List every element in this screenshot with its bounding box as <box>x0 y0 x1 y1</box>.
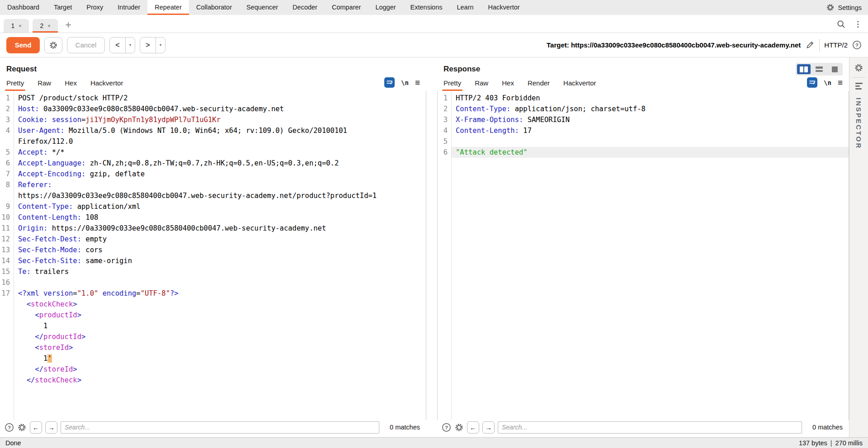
response-tab-pretty[interactable]: Pretty <box>443 79 461 91</box>
editor-menu-icon[interactable]: ≡ <box>415 78 420 87</box>
response-size: 137 bytes <box>799 439 827 447</box>
menu-item-hackvertor[interactable]: Hackvertor <box>481 0 527 15</box>
code-line[interactable]: 14Sec-Fetch-Site: same-origin <box>0 255 426 266</box>
code-line[interactable]: 13Sec-Fetch-Mode: cors <box>0 245 426 255</box>
menu-item-comparer[interactable]: Comparer <box>325 0 368 15</box>
edit-target-pencil-icon[interactable] <box>805 40 815 50</box>
code-line[interactable]: 1 <box>0 321 426 331</box>
code-line[interactable]: https://0a33009c033ee9c080c8580400cb0047… <box>0 190 426 201</box>
history-forward-button[interactable]: > <box>140 38 156 53</box>
menu-item-extensions[interactable]: Extensions <box>403 0 450 15</box>
tab-close-icon[interactable]: × <box>47 24 50 28</box>
request-search-input[interactable] <box>61 421 379 434</box>
response-search-input[interactable] <box>498 421 802 434</box>
layout-rows-button[interactable] <box>812 64 826 74</box>
search-settings-gear-icon[interactable] <box>17 423 27 432</box>
request-tab-hex[interactable]: Hex <box>65 79 77 91</box>
code-line[interactable]: <stockCheck> <box>0 299 426 310</box>
response-tab-render[interactable]: Render <box>528 79 550 91</box>
menu-item-intruder[interactable]: Intruder <box>110 0 147 15</box>
tab-close-icon[interactable]: × <box>19 24 21 28</box>
history-back-button[interactable]: < <box>110 38 125 53</box>
response-tab-raw[interactable]: Raw <box>475 79 488 91</box>
request-tab-raw[interactable]: Raw <box>38 79 51 91</box>
show-newlines-icon[interactable]: \n <box>401 79 409 86</box>
help-icon[interactable]: ? <box>5 423 14 432</box>
send-button[interactable]: Send <box>6 37 40 53</box>
code-line[interactable]: 1POST /product/stock HTTP/2 <box>0 93 426 104</box>
code-line[interactable]: 4Content-Length: 17 <box>438 125 849 136</box>
menu-item-proxy[interactable]: Proxy <box>79 0 110 15</box>
code-line[interactable]: 3Cookie: session=ji1YjmOyKpnTn1y81ydpWPl… <box>0 114 426 125</box>
line-number: 2 <box>0 104 14 114</box>
next-match-button[interactable]: → <box>482 421 495 434</box>
response-tab-hex[interactable]: Hex <box>502 79 514 91</box>
inspector-label[interactable]: INSPECTOR <box>855 98 863 149</box>
repeater-tab-2[interactable]: 2× <box>33 19 58 33</box>
menu-item-learn[interactable]: Learn <box>449 0 481 15</box>
request-editor[interactable]: 1POST /product/stock HTTP/22Host: 0a3300… <box>0 91 426 420</box>
collapse-panel-icon[interactable] <box>855 83 863 90</box>
more-options-icon[interactable]: ⋮ <box>854 19 862 29</box>
code-line[interactable]: 15Te: trailers <box>0 266 426 277</box>
menu-item-sequencer[interactable]: Sequencer <box>239 0 285 15</box>
inspector-settings-gear-icon[interactable] <box>854 63 863 72</box>
menu-item-decoder[interactable]: Decoder <box>285 0 325 15</box>
code-line[interactable]: </stockCheck> <box>0 375 426 386</box>
code-line[interactable]: 12Sec-Fetch-Dest: empty <box>0 234 426 245</box>
layout-columns-button[interactable] <box>797 64 811 74</box>
search-icon[interactable] <box>836 19 846 29</box>
code-line[interactable]: </productId> <box>0 331 426 342</box>
code-line[interactable]: 17<?xml version="1.0" encoding="UTF-8"?> <box>0 288 426 299</box>
search-settings-gear-icon[interactable] <box>454 423 464 432</box>
code-line[interactable]: 1' <box>0 353 426 364</box>
menu-item-target[interactable]: Target <box>47 0 79 15</box>
code-line[interactable]: Firefox/112.0 <box>0 136 426 147</box>
code-line[interactable]: 5 <box>438 136 849 147</box>
code-line[interactable]: 8Referer: <box>0 179 426 190</box>
code-line[interactable]: 6Accept-Language: zh-CN,zh;q=0.8,zh-TW;q… <box>0 158 426 169</box>
cancel-button[interactable]: Cancel <box>67 37 105 53</box>
code-line[interactable]: 11Origin: https://0a33009c033ee9c080c858… <box>0 223 426 234</box>
word-wrap-icon[interactable] <box>384 77 395 88</box>
menu-item-repeater[interactable]: Repeater <box>147 0 189 15</box>
next-match-button[interactable]: → <box>45 421 57 434</box>
help-icon[interactable]: ? <box>442 423 451 432</box>
settings-menu-item[interactable]: Settings <box>819 0 868 15</box>
prev-match-button[interactable]: ← <box>467 421 479 434</box>
code-line[interactable]: 10Content-Length: 108 <box>0 212 426 223</box>
menu-item-logger[interactable]: Logger <box>368 0 403 15</box>
code-line[interactable]: 6"Attack detected" <box>438 147 849 158</box>
history-forward-dropdown[interactable]: ▾ <box>156 38 165 53</box>
editor-menu-icon[interactable]: ≡ <box>838 78 843 87</box>
code-line[interactable]: <storeId> <box>0 342 426 353</box>
code-line[interactable]: 16 <box>0 277 426 288</box>
code-line[interactable]: <productId> <box>0 310 426 321</box>
menu-item-dashboard[interactable]: Dashboard <box>0 0 47 15</box>
repeater-tab-1[interactable]: 1× <box>4 19 29 33</box>
code-line[interactable]: 9Content-Type: application/xml <box>0 201 426 212</box>
response-tab-hackvertor[interactable]: Hackvertor <box>563 79 596 91</box>
layout-single-button[interactable] <box>828 64 841 74</box>
add-tab-button[interactable]: + <box>65 19 71 30</box>
code-line[interactable]: 4User-Agent: Mozilla/5.0 (Windows NT 10.… <box>0 125 426 136</box>
show-newlines-icon[interactable]: \n <box>824 79 831 86</box>
send-options-button[interactable] <box>44 37 62 53</box>
code-line[interactable]: 5Accept: */* <box>0 147 426 158</box>
history-back-dropdown[interactable]: ▾ <box>125 38 135 53</box>
word-wrap-icon[interactable] <box>807 77 817 88</box>
code-line[interactable]: 1HTTP/2 403 Forbidden <box>438 93 849 104</box>
help-icon[interactable]: ? <box>852 40 862 50</box>
response-editor[interactable]: 1HTTP/2 403 Forbidden2Content-Type: appl… <box>437 91 849 420</box>
menu-item-collaborator[interactable]: Collaborator <box>189 0 239 15</box>
code-line[interactable]: </storeId> <box>0 364 426 375</box>
code-line[interactable]: 3X-Frame-Options: SAMEORIGIN <box>438 114 849 125</box>
code-line[interactable]: 7Accept-Encoding: gzip, deflate <box>0 169 426 179</box>
request-tab-pretty[interactable]: Pretty <box>6 79 24 91</box>
code-line[interactable]: 2Content-Type: application/json; charset… <box>438 104 849 114</box>
panel-divider[interactable] <box>426 57 437 437</box>
code-line[interactable]: 2Host: 0a33009c033ee9c080c8580400cb0047.… <box>0 104 426 114</box>
prev-match-button[interactable]: ← <box>30 421 42 434</box>
request-tab-hackvertor[interactable]: Hackvertor <box>90 79 123 91</box>
target-area: Target: https://0a33009c033ee9c080c85804… <box>547 39 862 52</box>
